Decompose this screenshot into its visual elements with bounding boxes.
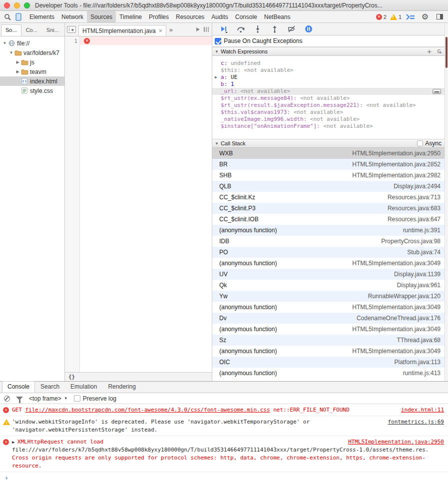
watch-expression-row[interactable]: _nativeImage.img996.width: <not availabl… [212,116,445,123]
error-count-badge[interactable]: 2 [376,14,387,20]
devtools-tab-netbeans[interactable]: NetBeans [261,11,294,22]
resume-script-icon[interactable] [219,24,228,33]
minimize-window-button[interactable] [14,2,20,8]
pause-on-caught-checkbox[interactable] [215,38,221,44]
add-watch-icon[interactable]: + [427,48,432,54]
devtools-tab-resources[interactable]: Resources [172,11,208,22]
source-location-link[interactable]: index.html:11 [401,406,444,414]
clear-console-icon[interactable] [4,396,10,402]
pause-on-exceptions-icon[interactable] [304,24,313,33]
message-link[interactable]: file://maxcdn.bootstrapcdn.com/font-awes… [25,407,270,413]
watch-expression-row[interactable]: $instance["onAnimationFrame"]: <not avai… [212,123,445,130]
line-number-gutter[interactable]: 1 [65,36,80,372]
delete-watch-button[interactable] [433,89,441,94]
frame-selector[interactable]: <top frame> ▼ [29,395,68,402]
call-stack-frame[interactable]: OICPlatform.java:113 [212,357,445,368]
call-stack-frame[interactable]: (anonymous function)HTML5Implementation.… [212,258,445,269]
devtools-tab-console[interactable]: Console [232,11,261,22]
watch-expression-row[interactable]: c: undefined [212,60,445,67]
frame-source-location[interactable]: runtime.js:413 [403,370,441,377]
call-stack-frame[interactable]: DvCodenameOneThread.java:176 [212,313,445,324]
step-into-icon[interactable] [253,24,262,33]
tree-disclosure-icon[interactable]: ▶ [15,69,20,74]
tab-overflow-icon[interactable]: » [169,26,173,33]
call-stack-frame[interactable]: SzTThread.java:68 [212,335,445,346]
devtools-tab-timeline[interactable]: Timeline [116,11,145,22]
tree-item-var-folders-k7[interactable]: ▼var/folders/k7 [0,48,64,57]
expand-arrow-icon[interactable]: ▶ [215,74,217,81]
watch-expression-row[interactable]: _url: <not available> [212,88,445,95]
call-stack-frame[interactable]: QLBDisplay.java:2494 [212,181,445,192]
scrollbar-thumb[interactable] [446,37,448,68]
step-out-icon[interactable] [270,24,279,33]
editor-body[interactable]: 1 [65,36,212,372]
call-stack-frame[interactable]: (anonymous function)runtime.js:391 [212,225,445,236]
call-stack-frame[interactable]: CC_$clinit.IOBResources.java:647 [212,214,445,225]
tree-disclosure-icon[interactable]: ▼ [8,50,14,55]
pretty-print-icon[interactable]: {} [68,374,75,380]
panel-scrollbar[interactable] [445,23,448,381]
frame-source-location[interactable]: Display.java:2494 [394,183,441,190]
call-stack-frame[interactable]: POStub.java:74 [212,247,445,258]
frame-source-location[interactable]: Resources.java:647 [388,216,441,223]
watch-expression-row[interactable]: b: 1 [212,81,445,88]
devtools-tab-audits[interactable]: Audits [208,11,231,22]
tree-disclosure-icon[interactable]: ▼ [2,41,7,45]
warning-count-badge[interactable]: 1 [390,14,402,20]
watch-expression-row[interactable]: $rt_ustr(result.$javaException.message22… [212,102,445,109]
frame-source-location[interactable]: Platform.java:113 [395,359,441,366]
drawer-tab-console[interactable]: Console [2,381,35,393]
navigator-tab[interactable]: Sni... [42,24,63,36]
deactivate-breakpoints-icon[interactable] [287,24,296,33]
editor-tab[interactable]: HTML5Implementation.java × [78,25,166,36]
tree-item-teavm[interactable]: ▶teavm [0,67,64,76]
watch-expression-row[interactable]: $this: <not available> [212,67,445,74]
frame-source-location[interactable]: HTML5Implementation.java:2950 [352,150,441,157]
frame-source-location[interactable]: PropertyCross.java:98 [381,238,441,245]
section-expand-icon[interactable]: ▼ [215,49,219,54]
preserve-log-checkbox[interactable] [74,395,80,402]
filter-icon[interactable] [16,397,23,400]
pause-on-caught-row[interactable]: Pause On Caught Exceptions [212,35,445,47]
navigator-tab[interactable]: Co... [21,24,42,36]
async-toggle[interactable]: Async [417,140,442,147]
tree-disclosure-icon[interactable]: ▶ [15,60,20,64]
console-prompt[interactable]: › [0,472,448,484]
frame-source-location[interactable]: RunnableWrapper.java:120 [368,293,441,300]
call-stack-frame[interactable]: YwRunnableWrapper.java:120 [212,291,445,302]
devtools-tab-elements[interactable]: Elements [26,11,58,22]
watch-expression-row[interactable]: ▶a: UE [212,74,445,81]
drawer-tab-search[interactable]: Search [35,381,65,393]
call-stack-frame[interactable]: CC_$clinit.KzResources.java:713 [212,192,445,203]
drawer-tab-emulation[interactable]: Emulation [65,381,102,393]
call-stack-frame[interactable]: QkDisplay.java:961 [212,280,445,291]
section-expand-icon[interactable]: ▼ [215,141,219,146]
refresh-watch-icon[interactable]: ↻ [436,49,443,54]
call-stack-frame[interactable]: SHBHTML5Implementation.java:2982 [212,170,445,181]
close-tab-icon[interactable]: × [159,27,162,34]
call-stack-frame[interactable]: (anonymous function)HTML5Implementation.… [212,324,445,335]
frame-source-location[interactable]: HTML5Implementation.java:3049 [352,260,441,267]
preserve-log-toggle[interactable]: Preserve log [74,395,116,402]
frame-source-location[interactable]: Resources.java:713 [388,194,441,201]
error-line[interactable] [80,36,212,45]
collapse-navigator-icon[interactable] [67,26,76,33]
call-stack-frame[interactable]: BRHTML5Implementation.java:2852 [212,159,445,170]
async-checkbox[interactable] [417,140,423,146]
tree-item-js[interactable]: ▶js [0,57,64,67]
zoom-window-button[interactable] [24,2,30,8]
source-location-link[interactable]: HTML5Implementation.java:2950 [348,438,444,446]
call-stack-frame[interactable]: (anonymous function)HTML5Implementation.… [212,302,445,313]
call-stack-frame[interactable]: UVDisplay.java:1139 [212,269,445,280]
devtools-tab-profiles[interactable]: Profiles [145,11,172,22]
frame-source-location[interactable]: HTML5Implementation.java:2852 [352,161,441,168]
search-icon[interactable] [2,11,13,22]
frame-source-location[interactable]: CodenameOneThread.java:176 [357,315,441,322]
frame-source-location[interactable]: HTML5Implementation.java:3049 [352,304,441,311]
frame-source-location[interactable]: Display.java:1139 [394,271,441,278]
drawer-tab-rendering[interactable]: Rendering [102,381,141,393]
step-over-icon[interactable] [236,24,245,33]
watch-expression-row[interactable]: $this.val$canvas1973: <not available> [212,109,445,116]
frame-source-location[interactable]: Stub.java:74 [407,249,441,256]
frame-source-location[interactable]: Resources.java:683 [388,205,441,212]
